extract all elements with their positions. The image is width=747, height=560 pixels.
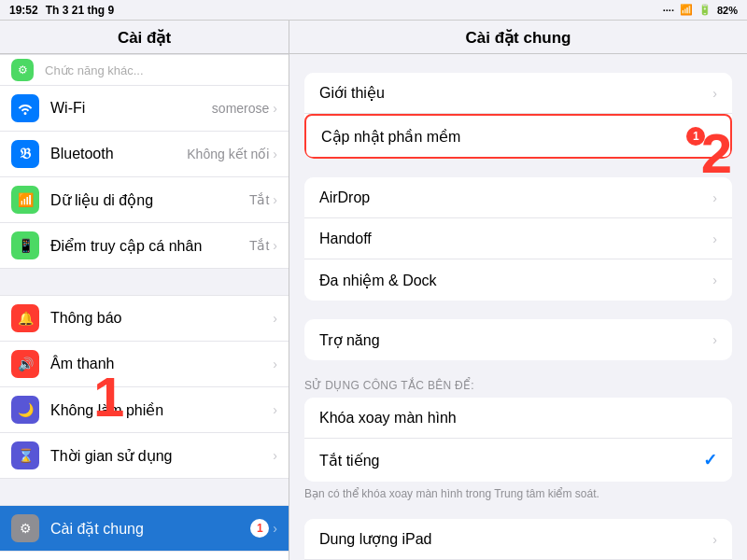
mute-check: ✓	[703, 450, 717, 470]
icon-partial: ⚙	[11, 59, 34, 81]
airdrop-chevron: ›	[712, 190, 717, 205]
software-update-label: Cập nhật phần mềm	[321, 128, 686, 146]
content-panel: Cài đặt chung Giới thiệu › Cập nhật phần…	[289, 21, 747, 560]
screentime-chevron: ›	[273, 448, 277, 463]
personal-chevron: ›	[273, 238, 277, 253]
content-title: Cài đặt chung	[289, 21, 747, 54]
content-item-multitask[interactable]: Đa nhiệm & Dock ›	[304, 259, 732, 301]
content-item-airdrop[interactable]: AirDrop ›	[304, 177, 732, 218]
about-label: Giới thiệu	[319, 84, 712, 102]
bluetooth-icon-wrap: 𝔅	[11, 140, 39, 168]
cellular-icon-wrap: 📶	[11, 186, 39, 214]
content-item-about[interactable]: Giới thiệu ›	[304, 73, 732, 114]
notification-icon-wrap: 🔔	[11, 304, 39, 332]
content-section-2: AirDrop › Handoff › Đa nhiệm & Dock ›	[289, 177, 747, 301]
status-time: 19:52	[9, 4, 38, 17]
cellular-value: Tắt	[249, 192, 269, 207]
accessibility-label: Trợ năng	[319, 331, 712, 349]
sidebar-item-notification[interactable]: 🔔 Thông báo ›	[0, 295, 289, 342]
content-section-3: Trợ năng ›	[289, 319, 747, 360]
screentime-icon-wrap: ⌛	[11, 441, 39, 469]
handoff-chevron: ›	[712, 231, 717, 246]
multitask-chevron: ›	[712, 273, 717, 287]
sound-icon-wrap: 🔊	[11, 350, 39, 378]
wifi-icon: 📶	[680, 4, 693, 16]
status-bar: 19:52 Th 3 21 thg 9 ···· 📶 🔋 82%	[0, 0, 747, 21]
handoff-label: Handoff	[319, 231, 712, 247]
content-item-lock-rotation[interactable]: Khóa xoay màn hình	[304, 398, 732, 439]
sidebar-section-network: ⚙ Chức năng khác... Wi-Fi somerose › 𝔅 B…	[0, 54, 289, 269]
wifi-icon-wrap	[11, 94, 39, 122]
content-item-handoff[interactable]: Handoff ›	[304, 218, 732, 259]
lock-rotation-label: Khóa xoay màn hình	[319, 410, 717, 427]
battery-percent: 82%	[717, 5, 738, 16]
sidebar-item-dnd[interactable]: 🌙 Không làm phiền ›	[0, 387, 289, 433]
sidebar-title: Cài đặt	[0, 21, 289, 54]
battery-icon: 🔋	[698, 4, 712, 16]
dnd-label: Không làm phiền	[50, 401, 273, 419]
content-group-3: Trợ năng ›	[304, 319, 732, 360]
switch-note: Bạn có thể khóa xoay màn hình trong Trun…	[289, 482, 747, 500]
content-item-accessibility[interactable]: Trợ năng ›	[304, 319, 732, 360]
wifi-value: somerose	[212, 101, 269, 116]
content-section-4: SỬ DỤNG CÔNG TẮC BÊN ĐỂ: Khóa xoay màn h…	[289, 379, 747, 500]
notification-chevron: ›	[273, 311, 277, 326]
sidebar-item-sound[interactable]: 🔊 Âm thanh ›	[0, 342, 289, 387]
about-chevron: ›	[712, 86, 717, 101]
sidebar-section-preferences: 🔔 Thông báo › 🔊 Âm thanh › 🌙 Không làm p…	[0, 295, 289, 479]
content-group-5: Dung lượng iPad › Làm mới ứng dụng trong…	[304, 519, 732, 560]
sidebar-item-general[interactable]: ⚙ Cài đặt chung 1 ›	[0, 505, 289, 552]
content-section-5: Dung lượng iPad › Làm mới ứng dụng trong…	[289, 519, 747, 560]
sidebar-section-system: ⚙ Cài đặt chung 1 › ⊞ Trung tâm kiểm soá…	[0, 505, 289, 560]
partial-label: Chức năng khác...	[45, 63, 277, 77]
dnd-chevron: ›	[273, 402, 277, 417]
sound-chevron: ›	[273, 357, 277, 371]
sound-label: Âm thanh	[50, 356, 273, 372]
wifi-chevron: ›	[273, 101, 277, 116]
sidebar: Cài đặt ⚙ Chức năng khác... Wi-Fi somero…	[0, 21, 289, 560]
storage-label: Dung lượng iPad	[319, 530, 712, 548]
software-update-chevron: ›	[711, 129, 715, 144]
sidebar-item-control[interactable]: ⊞ Trung tâm kiểm soát ›	[0, 552, 289, 560]
status-bar-right: ···· 📶 🔋 82%	[663, 4, 738, 16]
accessibility-chevron: ›	[712, 332, 717, 347]
separator-1	[0, 269, 289, 295]
content-item-mute[interactable]: Tắt tiếng ✓	[304, 439, 732, 482]
signal-icon: ····	[663, 5, 674, 16]
content-item-software-update[interactable]: Cập nhật phần mềm 1 ›	[304, 114, 732, 159]
content-group-1: Giới thiệu › Cập nhật phần mềm 1 ›	[304, 73, 732, 159]
section-label-switch: SỬ DỤNG CÔNG TẮC BÊN ĐỂ:	[289, 379, 747, 398]
sidebar-item-bluetooth[interactable]: 𝔅 Bluetooth Không kết nối ›	[0, 132, 289, 177]
mute-label: Tắt tiếng	[319, 452, 703, 469]
general-label: Cài đặt chung	[50, 520, 250, 538]
content-group-4: Khóa xoay màn hình Tắt tiếng ✓	[304, 398, 732, 482]
sidebar-item-personal-hotspot[interactable]: 📱 Điểm truy cập cá nhân Tắt ›	[0, 223, 289, 269]
content-section-1: Giới thiệu › Cập nhật phần mềm 1 ›	[289, 73, 747, 159]
sidebar-item-screentime[interactable]: ⌛ Thời gian sử dụng ›	[0, 433, 289, 479]
general-chevron: ›	[273, 521, 277, 536]
screentime-label: Thời gian sử dụng	[50, 447, 273, 465]
software-update-badge: 1	[686, 127, 705, 146]
sidebar-item-partial[interactable]: ⚙ Chức năng khác...	[0, 54, 289, 86]
content-item-storage[interactable]: Dung lượng iPad ›	[304, 519, 732, 560]
sidebar-item-cellular[interactable]: 📶 Dữ liệu di động Tắt ›	[0, 177, 289, 223]
cellular-label: Dữ liệu di động	[50, 191, 249, 209]
dnd-icon-wrap: 🌙	[11, 396, 39, 424]
status-bar-left: 19:52 Th 3 21 thg 9	[9, 4, 114, 17]
personal-icon-wrap: 📱	[11, 231, 39, 259]
bluetooth-chevron: ›	[273, 147, 277, 161]
general-badge: 1	[250, 519, 269, 538]
multitask-label: Đa nhiệm & Dock	[319, 272, 712, 289]
bluetooth-label: Bluetooth	[50, 146, 187, 162]
main-container: Cài đặt ⚙ Chức năng khác... Wi-Fi somero…	[0, 21, 747, 560]
personal-value: Tắt	[249, 238, 269, 253]
general-icon-wrap: ⚙	[11, 514, 39, 542]
sidebar-item-wifi[interactable]: Wi-Fi somerose ›	[0, 86, 289, 132]
content-group-2: AirDrop › Handoff › Đa nhiệm & Dock ›	[304, 177, 732, 301]
storage-chevron: ›	[712, 532, 717, 547]
status-date: Th 3 21 thg 9	[46, 4, 114, 17]
cellular-chevron: ›	[273, 192, 277, 207]
bluetooth-value: Không kết nối	[187, 147, 269, 161]
wifi-label: Wi-Fi	[50, 100, 212, 117]
notification-label: Thông báo	[50, 310, 273, 327]
